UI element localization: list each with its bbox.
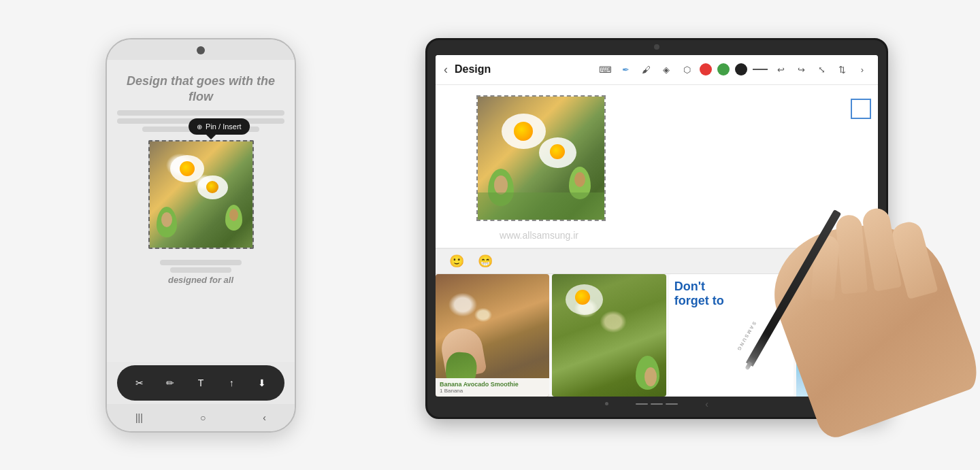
scene: Design that goes with the flow ⊕ Pin / I… bbox=[0, 0, 980, 470]
phone-nav-home[interactable]: ○ bbox=[200, 412, 206, 423]
pin-tooltip: ⊕ Pin / Insert bbox=[189, 118, 250, 135]
tablet-layers-button[interactable]: ⇅ bbox=[834, 62, 849, 77]
tablet-redo-button[interactable]: ↪ bbox=[794, 62, 808, 77]
phone-toolbar-pen[interactable]: ✏ bbox=[161, 374, 179, 392]
gallery-item-salad bbox=[552, 274, 666, 397]
egg-yolk-salad bbox=[575, 290, 590, 305]
tablet-tool-line[interactable] bbox=[753, 69, 768, 70]
hand-body bbox=[766, 201, 956, 419]
phone-egg-yolk-1 bbox=[180, 161, 195, 176]
tablet-nav-line-2 bbox=[651, 403, 663, 405]
phone-toolbar-text[interactable]: T bbox=[192, 374, 210, 392]
phone-nav-recents[interactable]: ||| bbox=[135, 412, 143, 423]
phone-camera bbox=[197, 46, 205, 54]
phone-bottom-sub2 bbox=[170, 267, 231, 273]
stylus-hand-area: SAMSUNG bbox=[725, 161, 956, 419]
tablet-header-title: Design bbox=[455, 63, 598, 75]
phone-toolbar-scissors[interactable]: ✂ bbox=[131, 374, 148, 392]
tablet-emoji-grin[interactable]: 😁 bbox=[478, 254, 493, 269]
tablet-lasso-button[interactable]: ⤡ bbox=[814, 62, 829, 77]
phone-designed-text: designed for all bbox=[160, 275, 242, 285]
tablet-device: ‹ Design ⌨ ✒ 🖌 ◈ ⬡ ↩ ↪ bbox=[425, 38, 915, 433]
tablet-nav-recents[interactable] bbox=[636, 403, 678, 405]
tablet-selection-handle bbox=[851, 99, 871, 119]
tablet-toolbar: ⌨ ✒ 🖌 ◈ ⬡ ↩ ↪ ⤡ ⇅ › bbox=[598, 62, 870, 77]
phone-body: Design that goes with the flow ⊕ Pin / I… bbox=[105, 38, 296, 433]
phone-image-selection: ⊕ Pin / Insert bbox=[148, 140, 254, 249]
tablet-tool-eraser[interactable]: ◈ bbox=[659, 62, 674, 77]
phone-content: Design that goes with the flow ⊕ Pin / I… bbox=[107, 60, 295, 362]
phone-nav-back[interactable]: ‹ bbox=[263, 412, 266, 423]
phone-bottom-sub1 bbox=[160, 260, 242, 265]
tablet-header: ‹ Design ⌨ ✒ 🖌 ◈ ⬡ ↩ ↪ bbox=[436, 55, 878, 85]
stylus-pen-tip bbox=[745, 361, 752, 370]
phone-toolbar-download[interactable]: ⬇ bbox=[253, 374, 271, 392]
phone-device: Design that goes with the flow ⊕ Pin / I… bbox=[105, 38, 296, 433]
phone-image-dashed-border bbox=[148, 140, 254, 249]
tablet-selected-image bbox=[476, 95, 606, 221]
pin-tooltip-text: Pin / Insert bbox=[206, 122, 242, 131]
gallery-smoothie-sub: 1 Banana bbox=[440, 388, 545, 394]
phone-food-image bbox=[150, 141, 252, 248]
phone-avocado-1 bbox=[157, 207, 177, 237]
tablet-tool-brush[interactable]: 🖌 bbox=[638, 62, 653, 77]
tablet-back-button[interactable]: ‹ bbox=[444, 63, 448, 77]
phone-toolbar: ✂ ✏ T ↑ ⬇ bbox=[117, 365, 284, 401]
tablet-color-red[interactable] bbox=[700, 63, 712, 75]
phone-screen: Design that goes with the flow ⊕ Pin / I… bbox=[107, 39, 295, 431]
phone-egg-1 bbox=[170, 155, 204, 182]
stylus-brand-label: SAMSUNG bbox=[736, 320, 757, 352]
phone-subtext-1 bbox=[117, 110, 284, 116]
tablet-tool-pen[interactable]: ✒ bbox=[618, 62, 633, 77]
gallery-label-smoothie: Banana Avocado Smoothie 1 Banana bbox=[436, 378, 549, 397]
tablet-emoji-smile[interactable]: 🙂 bbox=[449, 254, 464, 269]
pin-icon: ⊕ bbox=[197, 123, 202, 131]
tablet-nav-line-3 bbox=[666, 403, 678, 405]
gallery-food-photo-2 bbox=[552, 274, 666, 397]
tablet-color-black[interactable] bbox=[735, 63, 747, 75]
tablet-color-green[interactable] bbox=[717, 63, 730, 75]
tablet-tool-shape[interactable]: ⬡ bbox=[679, 62, 694, 77]
phone-bottom-content: designed for all bbox=[160, 256, 242, 285]
tablet-nav-back[interactable]: ‹ bbox=[705, 399, 708, 409]
phone-nav-bar: ||| ○ ‹ bbox=[107, 404, 295, 431]
gallery-smoothie-title: Banana Avocado Smoothie bbox=[440, 381, 545, 388]
tablet-egg-1 bbox=[502, 114, 546, 149]
phone-toolbar-share[interactable]: ↑ bbox=[223, 374, 240, 392]
tablet-egg-yolk-1 bbox=[514, 122, 533, 141]
tablet-nav-dot[interactable] bbox=[605, 402, 608, 405]
phone-egg-yolk-2 bbox=[206, 181, 218, 193]
tablet-undo-button[interactable]: ↩ bbox=[773, 62, 788, 77]
phone-avocado-2 bbox=[225, 205, 242, 231]
tablet-more-button[interactable]: › bbox=[855, 62, 870, 77]
tablet-egg-yolk-2 bbox=[550, 144, 565, 159]
tablet-food-image bbox=[478, 97, 604, 220]
tablet-greens bbox=[478, 192, 604, 220]
phone-headline: Design that goes with the flow bbox=[117, 73, 284, 105]
tablet-camera bbox=[654, 44, 659, 50]
avocado-pit-salad bbox=[644, 367, 657, 386]
gallery-item-smoothie: Banana Avocado Smoothie 1 Banana bbox=[436, 274, 549, 397]
tablet-tool-keyboard[interactable]: ⌨ bbox=[598, 62, 612, 77]
tablet-nav-line-1 bbox=[636, 403, 648, 405]
